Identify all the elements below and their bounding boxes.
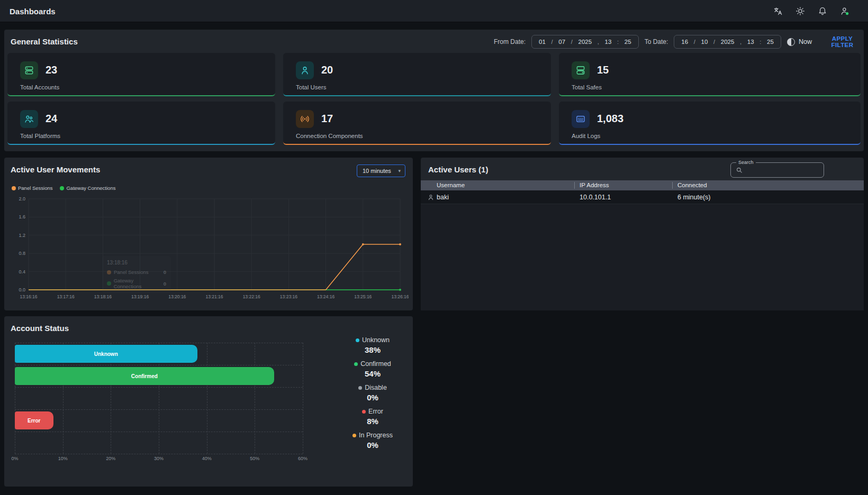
svg-text:13:23:16: 13:23:16 bbox=[280, 294, 297, 299]
now-label: Now bbox=[799, 38, 812, 45]
bar-row: Confirmed bbox=[15, 365, 303, 387]
search-icon bbox=[736, 167, 743, 174]
account-status-title: Account Status bbox=[11, 324, 69, 333]
cell-username: baki bbox=[437, 194, 449, 201]
legend-dot bbox=[12, 186, 16, 190]
stat-card-audit-logs[interactable]: 1,083 Audit Logs bbox=[559, 102, 861, 145]
account-status-legend: Unknown 38% Confirmed 54% Disable 0% Err… bbox=[341, 336, 404, 450]
notifications-bell-icon[interactable] bbox=[817, 6, 828, 16]
svg-text:13:22:16: 13:22:16 bbox=[243, 294, 260, 299]
bar-row bbox=[15, 432, 303, 454]
gridline bbox=[15, 454, 303, 454]
column-divider bbox=[574, 182, 575, 189]
legend-gateway-connections[interactable]: Gateway Connections bbox=[60, 185, 115, 191]
topbar-icon-group bbox=[773, 0, 850, 22]
legend-panel-sessions[interactable]: Panel Sessions bbox=[12, 185, 52, 191]
svg-text:13:18:16: 13:18:16 bbox=[94, 294, 112, 299]
column-connected[interactable]: Connected bbox=[677, 182, 707, 188]
svg-text:1.2: 1.2 bbox=[19, 233, 25, 238]
accounts-icon bbox=[20, 61, 38, 79]
search-field[interactable]: Search bbox=[730, 162, 824, 178]
user-icon bbox=[427, 194, 435, 201]
account-status-panel: Account Status UnknownConfirmedError 0%1… bbox=[4, 316, 413, 487]
time-range-select[interactable]: 10 minutes ▾ bbox=[357, 164, 405, 177]
stat-card-total-users[interactable]: 20 Total Users bbox=[283, 53, 551, 96]
x-axis-label: 40% bbox=[202, 456, 212, 461]
from-date-label: From Date: bbox=[494, 38, 526, 45]
general-statistics-title: General Statistics bbox=[11, 37, 78, 46]
svg-text:0.8: 0.8 bbox=[19, 251, 25, 256]
legend-dot bbox=[358, 386, 362, 390]
audit-logs-icon bbox=[572, 110, 590, 128]
status-bar-confirmed: Confirmed bbox=[15, 367, 274, 385]
apply-filter-button[interactable]: APPLY FILTER bbox=[821, 35, 864, 48]
legend-dot bbox=[356, 338, 359, 342]
active-users-table-header: Username IP Address Connected bbox=[421, 180, 864, 190]
account-status-bar-chart: UnknownConfirmedError bbox=[15, 343, 303, 454]
platforms-icon bbox=[20, 110, 38, 128]
search-input[interactable] bbox=[746, 163, 820, 177]
stat-card-total-platforms[interactable]: 24 Total Platforms bbox=[7, 102, 275, 145]
connection-icon bbox=[296, 110, 314, 128]
x-axis-label: 30% bbox=[154, 456, 164, 461]
column-ip-address[interactable]: IP Address bbox=[580, 182, 609, 188]
active-users-table-body: baki 10.0.101.1 6 minute(s) bbox=[421, 190, 864, 310]
svg-text:13:19:16: 13:19:16 bbox=[131, 294, 149, 299]
movements-line-chart: 2.01.61.20.80.40.013:16:1613:17:1613:18:… bbox=[8, 194, 409, 305]
legend-in-progress[interactable]: In Progress 0% bbox=[341, 432, 404, 450]
svg-text:13:16:16: 13:16:16 bbox=[20, 294, 37, 299]
date-filter-bar: From Date: 01/ 07/ 2025, 13: 25 To Date:… bbox=[494, 35, 864, 49]
movements-legend: Panel Sessions Gateway Connections bbox=[12, 185, 115, 191]
x-axis-label: 0% bbox=[11, 456, 18, 461]
legend-confirmed[interactable]: Confirmed 54% bbox=[341, 360, 404, 378]
stat-card-total-safes[interactable]: 15 Total Safes bbox=[559, 53, 861, 96]
svg-text:13:21:16: 13:21:16 bbox=[205, 294, 223, 299]
svg-text:0.0: 0.0 bbox=[19, 287, 25, 292]
svg-text:2.0: 2.0 bbox=[19, 196, 25, 201]
legend-dot bbox=[362, 410, 366, 414]
account-status-x-axis: 0%10%20%30%40%50%60% bbox=[15, 456, 303, 463]
translate-icon[interactable] bbox=[773, 6, 783, 16]
legend-dot bbox=[352, 434, 356, 437]
status-bar-unknown: Unknown bbox=[15, 345, 197, 363]
bar-row: Unknown bbox=[15, 343, 303, 365]
svg-text:13:20:16: 13:20:16 bbox=[168, 294, 186, 299]
x-axis-label: 20% bbox=[106, 456, 115, 461]
to-date-label: To Date: bbox=[645, 38, 668, 45]
legend-dot bbox=[60, 186, 64, 190]
status-bar-error: Error bbox=[15, 411, 53, 429]
theme-brightness-icon[interactable] bbox=[795, 6, 806, 16]
active-users-title: Active Users (1) bbox=[428, 165, 488, 174]
stat-card-connection-components[interactable]: 17 Connection Components bbox=[283, 102, 551, 145]
legend-error[interactable]: Error 8% bbox=[341, 408, 404, 426]
stat-card-total-accounts[interactable]: 23 Total Accounts bbox=[7, 53, 275, 96]
bar-row: Error bbox=[15, 409, 303, 432]
account-status-icon[interactable] bbox=[839, 6, 850, 16]
gridline bbox=[303, 343, 303, 454]
cell-ip-address: 10.0.101.1 bbox=[580, 194, 611, 201]
column-username[interactable]: Username bbox=[437, 182, 465, 188]
from-date-input[interactable]: 01/ 07/ 2025, 13: 25 bbox=[531, 35, 639, 49]
general-statistics-panel: General Statistics From Date: 01/ 07/ 20… bbox=[4, 30, 864, 151]
page-title: Dashboards bbox=[10, 7, 56, 16]
column-divider bbox=[672, 182, 673, 189]
active-user-row[interactable]: baki 10.0.101.1 6 minute(s) bbox=[421, 190, 864, 204]
movements-title: Active User Movements bbox=[11, 165, 100, 174]
svg-text:0.4: 0.4 bbox=[19, 269, 25, 274]
x-axis-label: 60% bbox=[298, 456, 308, 461]
legend-unknown[interactable]: Unknown 38% bbox=[341, 336, 404, 354]
topbar: Dashboards bbox=[0, 0, 868, 22]
x-axis-label: 50% bbox=[250, 456, 259, 461]
chevron-down-icon: ▾ bbox=[398, 168, 401, 173]
safes-icon bbox=[572, 61, 590, 79]
to-date-input[interactable]: 16/ 10/ 2025, 13: 25 bbox=[674, 35, 781, 49]
legend-disable[interactable]: Disable 0% bbox=[341, 384, 404, 402]
legend-dot bbox=[354, 362, 358, 366]
svg-text:13:17:16: 13:17:16 bbox=[57, 294, 75, 299]
active-user-movements-panel: Active User Movements 10 minutes ▾ Panel… bbox=[4, 158, 413, 310]
x-axis-label: 10% bbox=[58, 456, 68, 461]
now-toggle[interactable]: Now bbox=[787, 38, 812, 46]
active-users-panel: Active Users (1) Search Username IP Addr… bbox=[421, 158, 864, 310]
users-icon bbox=[296, 61, 314, 79]
svg-text:13:25:16: 13:25:16 bbox=[354, 294, 372, 299]
